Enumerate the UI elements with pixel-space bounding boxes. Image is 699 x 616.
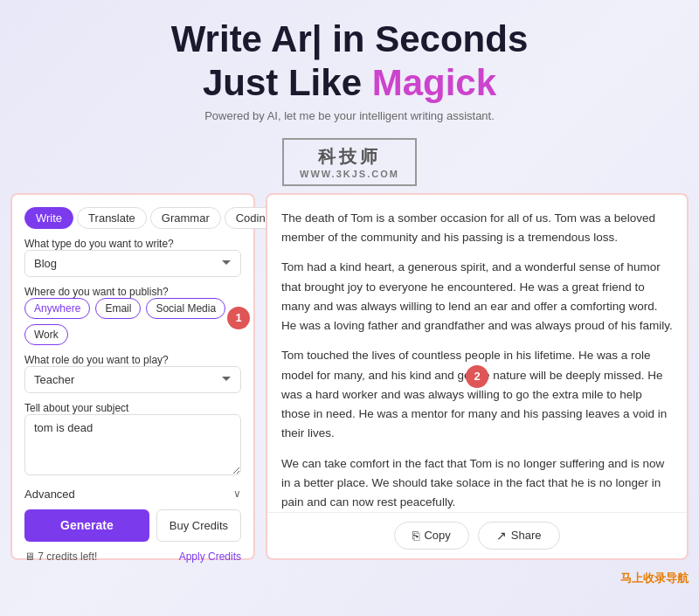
copy-icon: ⎘: [412, 529, 419, 543]
tabs: Write Translate Grammar Coding: [24, 207, 241, 229]
apply-credits-link[interactable]: Apply Credits: [179, 550, 241, 563]
share-label: Share: [511, 529, 542, 542]
tab-grammar[interactable]: Grammar: [150, 207, 221, 229]
tab-write[interactable]: Write: [24, 207, 73, 229]
copy-button[interactable]: ⎘ Copy: [394, 522, 468, 550]
bottom-actions: Generate Buy Credits: [24, 509, 241, 542]
publish-section: Where do you want to publish? Anywhere E…: [24, 286, 241, 345]
subject-label: Tell about your subject: [24, 402, 241, 414]
bottom-watermark: 马上收录导航: [0, 569, 699, 590]
output-paragraph-1: The death of Tom is a somber occasion fo…: [281, 209, 673, 248]
chevron-down-icon: ∨: [233, 488, 241, 500]
role-section: What role do you want to play? Teacher W…: [24, 354, 241, 393]
share-button[interactable]: ↗ Share: [478, 522, 560, 550]
advanced-label: Advanced: [24, 488, 75, 501]
publish-label: Where do you want to publish?: [24, 286, 241, 298]
title-cursor: |: [312, 18, 322, 59]
advanced-row[interactable]: Advanced ∨: [24, 488, 241, 501]
role-select[interactable]: Teacher Writer Editor: [24, 366, 241, 393]
share-icon: ↗: [496, 529, 507, 543]
watermark-logo: 科技师 WWW.3KJS.COM: [0, 138, 699, 186]
buy-credits-button[interactable]: Buy Credits: [156, 509, 241, 542]
publish-social[interactable]: Social Media: [146, 298, 225, 319]
watermark-top: 科技师: [300, 145, 399, 169]
type-section: What type do you want to write? Blog Art…: [24, 238, 241, 277]
main-title: Write Ar| in Seconds Just Like Magick: [0, 17, 699, 106]
generate-button[interactable]: Generate: [24, 509, 149, 542]
output-paragraph-3: Tom touched the lives of countless peopl…: [281, 346, 673, 443]
publish-options: Anywhere Email Social Media Work: [24, 298, 241, 345]
type-select[interactable]: Blog Article Essay: [24, 250, 241, 277]
header: Write Ar| in Seconds Just Like Magick Po…: [0, 0, 699, 131]
subtitle: Powered by AI, let me be your intelligen…: [0, 109, 699, 122]
output-paragraph-2: Tom had a kind heart, a generous spirit,…: [281, 258, 673, 336]
subject-section: Tell about your subject: [24, 402, 241, 479]
badge-1: 1: [227, 307, 250, 329]
publish-email[interactable]: Email: [95, 298, 141, 319]
credits-left-text: 🖥 7 credits left!: [24, 550, 97, 563]
output-paragraph-4: We can take comfort in the fact that Tom…: [281, 454, 673, 512]
left-panel: Write Translate Grammar Coding What type…: [10, 193, 255, 560]
role-label: What role do you want to play?: [24, 354, 241, 366]
publish-anywhere[interactable]: Anywhere: [24, 298, 90, 319]
publish-work[interactable]: Work: [24, 324, 68, 345]
output-text: The death of Tom is a somber occasion fo…: [267, 195, 687, 512]
right-panel: The death of Tom is a somber occasion fo…: [266, 193, 689, 560]
title-suffix: in Seconds: [322, 18, 529, 59]
output-actions: ⎘ Copy ↗ Share: [267, 512, 687, 558]
tab-translate[interactable]: Translate: [77, 207, 147, 229]
title-prefix: Write Ar: [171, 18, 312, 59]
title-magick: Magick: [372, 62, 496, 103]
credits-row: 🖥 7 credits left! Apply Credits: [24, 550, 241, 563]
subject-input[interactable]: [24, 414, 241, 475]
copy-label: Copy: [424, 529, 450, 542]
main-content: Write Translate Grammar Coding What type…: [0, 193, 699, 569]
watermark-bottom: WWW.3KJS.COM: [300, 169, 399, 179]
title-line2-prefix: Just Like: [203, 62, 372, 103]
type-label: What type do you want to write?: [24, 238, 241, 250]
